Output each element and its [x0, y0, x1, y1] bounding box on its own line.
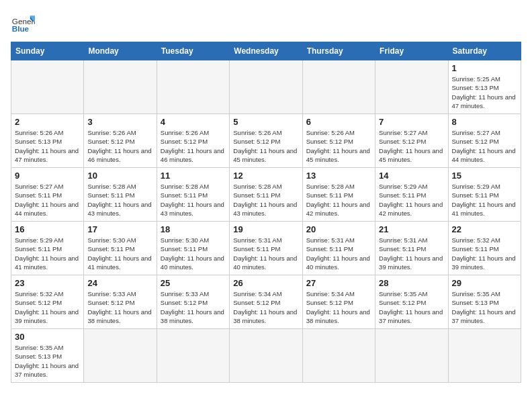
- day-number: 25: [161, 278, 226, 288]
- calendar-cell: 2Sunrise: 5:26 AMSunset: 5:13 PMDaylight…: [11, 114, 84, 168]
- day-number: 8: [452, 117, 517, 127]
- cell-details: Sunrise: 5:30 AMSunset: 5:11 PMDaylight:…: [161, 236, 226, 271]
- day-number: 16: [15, 224, 80, 234]
- svg-text:Blue: Blue: [12, 24, 30, 33]
- calendar-cell: 1Sunrise: 5:25 AMSunset: 5:13 PMDaylight…: [448, 60, 521, 114]
- calendar-cell: 30Sunrise: 5:35 AMSunset: 5:13 PMDayligh…: [11, 329, 84, 383]
- cell-details: Sunrise: 5:30 AMSunset: 5:11 PMDaylight:…: [87, 236, 152, 271]
- calendar-cell: 27Sunrise: 5:34 AMSunset: 5:12 PMDayligh…: [302, 275, 375, 329]
- cell-details: Sunrise: 5:34 AMSunset: 5:12 PMDaylight:…: [233, 289, 298, 325]
- calendar-cell: [84, 329, 157, 383]
- calendar-table: SundayMondayTuesdayWednesdayThursdayFrid…: [11, 42, 521, 383]
- calendar-week-row: 1Sunrise: 5:25 AMSunset: 5:13 PMDaylight…: [11, 60, 521, 114]
- calendar-cell: 15Sunrise: 5:29 AMSunset: 5:11 PMDayligh…: [448, 168, 521, 222]
- cell-details: Sunrise: 5:29 AMSunset: 5:11 PMDaylight:…: [379, 182, 444, 218]
- cell-details: Sunrise: 5:26 AMSunset: 5:12 PMDaylight:…: [306, 128, 371, 164]
- cell-details: Sunrise: 5:32 AMSunset: 5:12 PMDaylight:…: [15, 289, 80, 325]
- cell-details: Sunrise: 5:28 AMSunset: 5:11 PMDaylight:…: [233, 182, 298, 218]
- calendar-cell: [157, 60, 229, 114]
- cell-details: Sunrise: 5:26 AMSunset: 5:12 PMDaylight:…: [161, 128, 226, 164]
- logo: General Blue: [11, 11, 35, 35]
- day-number: 4: [161, 117, 226, 127]
- day-number: 20: [306, 224, 371, 234]
- day-number: 14: [379, 171, 444, 181]
- cell-details: Sunrise: 5:25 AMSunset: 5:13 PMDaylight:…: [452, 75, 517, 110]
- calendar-cell: 9Sunrise: 5:27 AMSunset: 5:11 PMDaylight…: [11, 168, 84, 222]
- cell-details: Sunrise: 5:27 AMSunset: 5:12 PMDaylight:…: [452, 128, 517, 164]
- day-number: 13: [306, 171, 371, 181]
- calendar-cell: [157, 329, 229, 383]
- day-number: 27: [306, 278, 371, 288]
- calendar-cell: 6Sunrise: 5:26 AMSunset: 5:12 PMDaylight…: [302, 114, 375, 168]
- calendar-cell: [230, 329, 302, 383]
- cell-details: Sunrise: 5:27 AMSunset: 5:11 PMDaylight:…: [15, 182, 80, 218]
- calendar-cell: 5Sunrise: 5:26 AMSunset: 5:12 PMDaylight…: [230, 114, 302, 168]
- calendar-week-row: 16Sunrise: 5:29 AMSunset: 5:11 PMDayligh…: [11, 222, 521, 275]
- cell-details: Sunrise: 5:28 AMSunset: 5:11 PMDaylight:…: [161, 182, 226, 218]
- calendar-cell: 29Sunrise: 5:35 AMSunset: 5:13 PMDayligh…: [448, 275, 521, 329]
- day-number: 15: [452, 171, 517, 181]
- day-number: 11: [161, 171, 226, 181]
- cell-details: Sunrise: 5:32 AMSunset: 5:11 PMDaylight:…: [452, 236, 517, 271]
- cell-details: Sunrise: 5:35 AMSunset: 5:13 PMDaylight:…: [15, 343, 80, 379]
- calendar-cell: [375, 329, 448, 383]
- day-number: 2: [15, 117, 80, 127]
- calendar-cell: [375, 60, 448, 114]
- day-number: 30: [15, 332, 80, 342]
- cell-details: Sunrise: 5:28 AMSunset: 5:11 PMDaylight:…: [306, 182, 371, 218]
- calendar-cell: 3Sunrise: 5:26 AMSunset: 5:12 PMDaylight…: [84, 114, 157, 168]
- cell-details: Sunrise: 5:26 AMSunset: 5:13 PMDaylight:…: [15, 128, 80, 164]
- cell-details: Sunrise: 5:26 AMSunset: 5:12 PMDaylight:…: [233, 128, 298, 164]
- column-header-saturday: Saturday: [448, 42, 521, 60]
- page-header: General Blue: [11, 11, 521, 35]
- calendar-cell: [302, 60, 375, 114]
- column-header-thursday: Thursday: [302, 42, 375, 60]
- cell-details: Sunrise: 5:31 AMSunset: 5:11 PMDaylight:…: [306, 236, 371, 271]
- day-number: 24: [87, 278, 152, 288]
- calendar-cell: 14Sunrise: 5:29 AMSunset: 5:11 PMDayligh…: [375, 168, 448, 222]
- calendar-cell: 8Sunrise: 5:27 AMSunset: 5:12 PMDaylight…: [448, 114, 521, 168]
- calendar-cell: 17Sunrise: 5:30 AMSunset: 5:11 PMDayligh…: [84, 222, 157, 275]
- day-number: 22: [452, 224, 517, 234]
- calendar-week-row: 23Sunrise: 5:32 AMSunset: 5:12 PMDayligh…: [11, 275, 521, 329]
- day-number: 17: [87, 224, 152, 234]
- calendar-week-row: 9Sunrise: 5:27 AMSunset: 5:11 PMDaylight…: [11, 168, 521, 222]
- day-number: 26: [233, 278, 298, 288]
- day-number: 18: [161, 224, 226, 234]
- day-number: 1: [452, 63, 517, 73]
- calendar-cell: 4Sunrise: 5:26 AMSunset: 5:12 PMDaylight…: [157, 114, 229, 168]
- day-number: 23: [15, 278, 80, 288]
- calendar-header-row: SundayMondayTuesdayWednesdayThursdayFrid…: [11, 42, 521, 60]
- cell-details: Sunrise: 5:34 AMSunset: 5:12 PMDaylight:…: [306, 289, 371, 325]
- column-header-wednesday: Wednesday: [230, 42, 302, 60]
- calendar-week-row: 2Sunrise: 5:26 AMSunset: 5:13 PMDaylight…: [11, 114, 521, 168]
- calendar-cell: 23Sunrise: 5:32 AMSunset: 5:12 PMDayligh…: [11, 275, 84, 329]
- calendar-cell: 18Sunrise: 5:30 AMSunset: 5:11 PMDayligh…: [157, 222, 229, 275]
- day-number: 21: [379, 224, 444, 234]
- cell-details: Sunrise: 5:33 AMSunset: 5:12 PMDaylight:…: [87, 289, 152, 325]
- calendar-cell: 20Sunrise: 5:31 AMSunset: 5:11 PMDayligh…: [302, 222, 375, 275]
- cell-details: Sunrise: 5:26 AMSunset: 5:12 PMDaylight:…: [87, 128, 152, 164]
- day-number: 6: [306, 117, 371, 127]
- calendar-cell: 21Sunrise: 5:31 AMSunset: 5:11 PMDayligh…: [375, 222, 448, 275]
- day-number: 3: [87, 117, 152, 127]
- day-number: 29: [452, 278, 517, 288]
- calendar-cell: 22Sunrise: 5:32 AMSunset: 5:11 PMDayligh…: [448, 222, 521, 275]
- calendar-cell: 25Sunrise: 5:33 AMSunset: 5:12 PMDayligh…: [157, 275, 229, 329]
- logo-icon: General Blue: [11, 11, 35, 35]
- calendar-cell: 26Sunrise: 5:34 AMSunset: 5:12 PMDayligh…: [230, 275, 302, 329]
- cell-details: Sunrise: 5:27 AMSunset: 5:12 PMDaylight:…: [379, 128, 444, 164]
- day-number: 5: [233, 117, 298, 127]
- calendar-cell: 16Sunrise: 5:29 AMSunset: 5:11 PMDayligh…: [11, 222, 84, 275]
- column-header-tuesday: Tuesday: [157, 42, 229, 60]
- column-header-monday: Monday: [84, 42, 157, 60]
- calendar-week-row: 30Sunrise: 5:35 AMSunset: 5:13 PMDayligh…: [11, 329, 521, 383]
- day-number: 9: [15, 171, 80, 181]
- cell-details: Sunrise: 5:35 AMSunset: 5:12 PMDaylight:…: [379, 289, 444, 325]
- column-header-sunday: Sunday: [11, 42, 84, 60]
- calendar-cell: [302, 329, 375, 383]
- cell-details: Sunrise: 5:29 AMSunset: 5:11 PMDaylight:…: [452, 182, 517, 218]
- calendar-cell: 12Sunrise: 5:28 AMSunset: 5:11 PMDayligh…: [230, 168, 302, 222]
- calendar-cell: 24Sunrise: 5:33 AMSunset: 5:12 PMDayligh…: [84, 275, 157, 329]
- day-number: 7: [379, 117, 444, 127]
